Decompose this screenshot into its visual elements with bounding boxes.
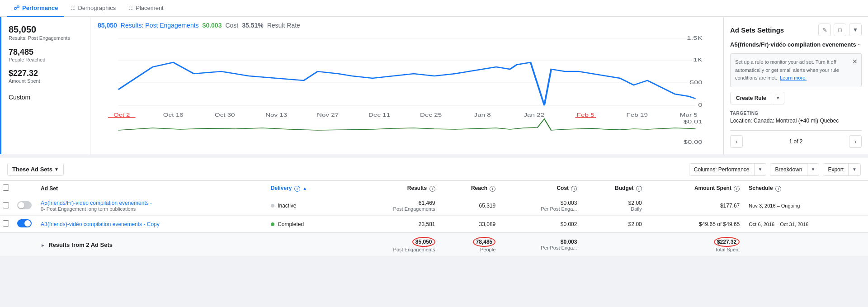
svg-text:Jan 22: Jan 22 [524,113,544,118]
bottom-section: These Ad Sets ▼ Columns: Performance ▼ B… [0,158,868,256]
alert-box: ✕ Set up a rule to monitor your ad set. … [730,53,862,87]
svg-text:Oct 2: Oct 2 [113,113,130,118]
total-delivery [266,233,348,256]
delivery-header[interactable]: Delivery i ▲ [266,181,348,196]
performance-icon: ☍ [14,5,19,11]
export-button[interactable]: Export [823,164,849,175]
amount-cell-1: $177.67 [646,196,745,216]
targeting-section: TARGETING Location: Canada: Montreal (+4… [730,111,862,124]
status-dot-2 [271,222,274,226]
tab-demographics[interactable]: ☷ Demographics [64,0,122,17]
reach-value-2: 33,089 [479,221,496,227]
info-icon-results[interactable]: i [429,186,435,192]
results-metric: 85,050 Results: Post Engagements [9,24,83,41]
svg-text:Nov 27: Nov 27 [317,113,339,118]
export-btn-container: Export ▼ [823,163,861,176]
metrics-panel: 85,050 Results: Post Engagements 78,485 … [0,17,90,154]
row1-checkbox[interactable] [3,202,9,208]
close-icon[interactable]: ✕ [852,57,858,66]
columns-dropdown[interactable]: ▼ [755,164,766,175]
schedule-header: Schedule i [744,181,868,196]
ad-set-sub-1: 0- Post Engagement long term publication… [41,206,262,212]
total-amount: $227.32 Total Spent [646,233,745,256]
ad-set-name-cell-2: A3(friends)-vidéo compilation evenements… [36,216,266,233]
ad-set-link-1[interactable]: A5(friends/Fr)-vidéo compilation eveneme… [41,200,262,206]
toolbar-right: Columns: Performance ▼ Breakdown ▼ Expor… [689,163,861,176]
create-rule-dropdown[interactable]: ▼ [772,93,784,103]
right-panel-actions: ✎ □ ▼ [818,24,862,36]
ad-set-header: Ad Set [36,181,266,196]
total-label-text: Results from 2 Ad Sets [48,241,113,248]
alert-link[interactable]: Learn more. [780,75,807,80]
right-panel-title: Ad Sets Settings [730,26,784,34]
total-budget [581,233,646,256]
results-value: 85,050 [9,24,83,35]
info-icon-cost[interactable]: i [571,186,577,192]
svg-text:$0.01: $0.01 [684,119,703,124]
table-row: A5(friends/Fr)-vidéo compilation eveneme… [0,196,868,216]
total-results-value: 85,050 [412,237,435,247]
ad-sets-arrow: ▼ [54,167,59,172]
amount-value-1: $177.67 [720,203,740,209]
ad-sets-button[interactable]: These Ad Sets ▼ [8,163,63,175]
cost-cell-1: $0.003 Per Post Enga... [500,196,581,216]
toggle-header [13,181,36,196]
columns-btn-container: Columns: Performance ▼ [689,163,767,176]
info-icon-amount[interactable]: i [734,186,740,192]
delivery-value-1: Inactive [278,203,296,209]
chart-number: 85,050 [98,22,117,29]
info-icon-delivery[interactable]: i [294,186,300,192]
row2-checkbox[interactable] [3,220,9,227]
breakdown-btn-container: Breakdown ▼ [770,163,819,176]
edit-icon-btn[interactable]: ✎ [818,24,831,36]
total-label: ► Results from 2 Ad Sets [36,233,266,256]
row2-toggle[interactable] [17,219,32,227]
reach-value-1: 65,319 [479,203,496,209]
delivery-value-2: Completed [278,221,304,227]
schedule-value-1: Nov 3, 2016 – Ongoing [749,203,800,208]
info-icon-budget[interactable]: i [636,186,642,192]
breakdown-dropdown[interactable]: ▼ [807,164,819,175]
next-page-btn[interactable]: › [849,135,862,148]
svg-text:Oct 30: Oct 30 [215,113,235,118]
tab-performance[interactable]: ☍ Performance [7,0,64,17]
select-all-checkbox[interactable] [3,184,9,191]
toggle-cell-1 [13,196,36,216]
export-dropdown[interactable]: ▼ [849,164,860,175]
svg-text:0: 0 [698,102,702,108]
create-rule-container: Create Rule ▼ [730,92,784,104]
reach-cell-1: 65,319 [440,196,500,216]
row1-toggle[interactable] [17,201,32,209]
amount-cell-2: $49.65 of $49.65 [646,216,745,233]
prev-page-btn[interactable]: ‹ [730,135,743,148]
amount-spent-header: Amount Spent i [646,181,745,196]
tab-placement[interactable]: ☷ Placement [122,0,170,17]
total-reach-sub: People [444,247,496,252]
info-icon-reach[interactable]: i [490,186,495,192]
results-sub-1: Post Engagements [352,206,435,212]
targeting-label: TARGETING [730,111,862,116]
delivery-cell-1: Inactive [266,196,348,216]
ad-set-link-2[interactable]: A3(friends)-vidéo compilation evenements… [41,221,262,227]
svg-text:Oct 16: Oct 16 [163,113,184,118]
budget-cell-1: $2.00 Daily [581,196,646,216]
columns-button[interactable]: Columns: Performance [689,164,755,175]
results-value-1: 61,469 [352,200,435,206]
copy-icon-btn[interactable]: □ [834,24,846,36]
total-reach-value: 78,485 [473,237,496,247]
chart-container: 1.5K 1K 500 0 $0.01 $0.00 Oct 2 Oct 16 O… [98,31,716,150]
total-amount-sub: Total Spent [651,247,740,252]
ad-sets-table: Ad Set Delivery i ▲ Results i Reach i Co… [0,181,868,256]
info-icon-schedule[interactable]: i [775,186,781,192]
breakdown-button[interactable]: Breakdown [770,164,807,175]
cost-sub-1: Per Post Enga... [505,206,577,212]
total-toggle [13,233,36,256]
svg-text:Feb 19: Feb 19 [627,113,648,118]
chart-rate-label: Result Rate [267,22,300,29]
results-value-2: 23,581 [352,221,435,227]
create-rule-button[interactable]: Create Rule [731,92,772,104]
budget-cell-2: $2.00 [581,216,646,233]
reach-header: Reach i [440,181,500,196]
amount-metric: $227.32 Amount Spent [9,69,83,84]
more-icon-btn[interactable]: ▼ [849,24,862,36]
